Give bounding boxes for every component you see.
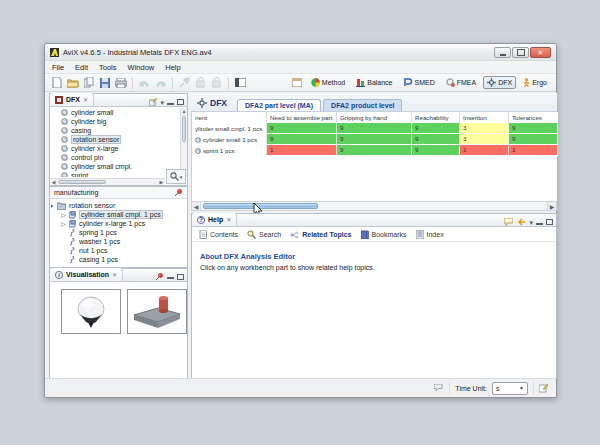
help-tool-bookmarks[interactable]: Bookmarks <box>361 230 407 239</box>
tree-item[interactable]: sprint <box>51 171 179 177</box>
unlock-icon[interactable] <box>210 76 223 89</box>
dfx-view-tab[interactable]: DFX ✕ <box>50 93 94 106</box>
time-unit-select[interactable]: s ▼ <box>492 382 528 395</box>
redo-icon[interactable] <box>154 76 167 89</box>
tree-item[interactable]: cylinder x-large <box>51 144 179 153</box>
close-tab-icon[interactable]: ✕ <box>112 271 117 278</box>
score-cell[interactable]: 9 <box>412 134 460 145</box>
maximize-button[interactable] <box>512 47 529 58</box>
tree-item[interactable]: control pin <box>51 153 179 162</box>
tree-item[interactable]: cylinder small <box>51 108 179 117</box>
pushpin-icon[interactable] <box>155 272 164 281</box>
undo-icon[interactable] <box>138 76 151 89</box>
help-tool-related-topics[interactable]: Related Topics <box>290 231 351 239</box>
score-cell[interactable]: 9 <box>337 123 412 134</box>
collapsed-twisty-icon[interactable]: ▷ <box>61 211 66 218</box>
close-tab-icon[interactable]: ✕ <box>83 96 88 103</box>
toolbar-button-dfx[interactable]: DFX <box>483 76 516 89</box>
row-component-name[interactable]: sprint 1 pcs <box>192 145 267 156</box>
chat-bubble-icon[interactable] <box>504 218 513 226</box>
minimize-view-icon[interactable] <box>167 277 174 279</box>
score-cell[interactable]: 3 <box>460 134 509 145</box>
pin-icon[interactable] <box>178 76 191 89</box>
tab-dfa2-part-level[interactable]: DFA2 part level (MA) <box>237 99 321 111</box>
maximize-view-icon[interactable] <box>546 219 553 225</box>
maximize-view-icon[interactable] <box>177 274 184 280</box>
close-button[interactable]: ✕ <box>530 47 551 58</box>
menu-tools[interactable]: Tools <box>99 63 117 72</box>
score-cell[interactable]: 1 <box>460 145 509 156</box>
tree-item[interactable]: cylinder small cmpl. <box>51 162 179 171</box>
score-cell[interactable]: 3 <box>460 123 509 134</box>
visualisation-tab[interactable]: i Visualisation ✕ <box>50 268 123 281</box>
print-icon[interactable] <box>114 76 127 89</box>
status-notification-icon[interactable] <box>434 384 444 392</box>
editor-horizontal-scrollbar[interactable]: ◀ ▶ <box>191 201 557 211</box>
minimize-view-icon[interactable] <box>536 223 543 225</box>
visualisation-thumbnail-device[interactable] <box>127 289 187 334</box>
tree-item[interactable]: cylinder big <box>51 117 179 126</box>
score-cell[interactable]: 9 <box>337 134 412 145</box>
expanded-twisty-icon[interactable]: ▾ <box>51 202 54 209</box>
help-tool-contents[interactable]: Contents <box>199 230 238 239</box>
help-tab[interactable]: ? Help ✕ <box>192 213 237 226</box>
tree-item[interactable]: ▷ cylinder x-large 1 pcs <box>51 219 186 228</box>
tree-item[interactable]: casing 1 pcs <box>51 255 186 264</box>
menu-window[interactable]: Window <box>128 63 155 72</box>
scroll-left-arrow[interactable]: ◀ <box>192 202 201 210</box>
row-component-name[interactable]: ylinder small cmpl. 1 pcs <box>192 123 267 134</box>
pushpin-icon[interactable] <box>174 188 183 197</box>
toolbar-button-smed[interactable]: SMED <box>400 76 439 89</box>
menu-file[interactable]: File <box>52 63 64 72</box>
collapsed-twisty-icon[interactable]: ▷ <box>61 220 66 227</box>
row-component-name[interactable]: cylinder small 1 pcs <box>192 134 267 145</box>
save-icon[interactable] <box>98 76 111 89</box>
score-cell[interactable]: 9 <box>267 123 337 134</box>
score-cell[interactable]: 9 <box>509 123 558 134</box>
search-tree-button[interactable]: ▾ <box>166 169 186 184</box>
vertical-scrollbar[interactable]: ▲▼ <box>180 108 187 177</box>
tree-item-selected[interactable]: ▷ cylinder small cmpl. 1 pcs <box>51 210 186 219</box>
lock-icon[interactable] <box>194 76 207 89</box>
minimize-button[interactable] <box>494 47 511 58</box>
help-tool-search[interactable]: Search <box>247 230 281 239</box>
tree-item-selected[interactable]: rotation sensor <box>51 135 179 144</box>
maximize-view-icon[interactable] <box>177 99 184 105</box>
tree-item[interactable]: nut 1 pcs <box>51 246 186 255</box>
link-editor-icon[interactable] <box>149 98 157 106</box>
menu-help[interactable]: Help <box>165 63 180 72</box>
toolbar-button-method[interactable]: Method <box>307 76 349 89</box>
score-cell[interactable]: 9 <box>267 134 337 145</box>
toolbar-button-fmea[interactable]: FMEA <box>442 76 480 89</box>
tree-item[interactable]: casing <box>51 126 179 135</box>
score-cell[interactable]: 1 <box>267 145 337 156</box>
tab-dfa2-product-level[interactable]: DFA2 product level <box>323 99 402 111</box>
menu-edit[interactable]: Edit <box>75 63 88 72</box>
score-cell[interactable]: 9 <box>412 145 460 156</box>
view-menu-icon[interactable]: ▾ <box>160 99 164 106</box>
title-bar[interactable]: AviX v4.6.5 - Industrial Metals DFX ENG.… <box>45 44 556 61</box>
score-cell[interactable]: 9 <box>412 123 460 134</box>
view-menu-icon[interactable]: ▾ <box>529 219 533 226</box>
visualisation-thumbnail-sensor[interactable] <box>61 289 121 334</box>
help-tool-index[interactable]: Index <box>416 230 444 239</box>
new-file-icon[interactable] <box>50 76 63 89</box>
horizontal-scrollbar[interactable]: ◀▶ <box>50 178 165 185</box>
open-folder-icon[interactable] <box>66 76 79 89</box>
scroll-right-arrow[interactable]: ▶ <box>547 202 556 210</box>
help-heading[interactable]: About DFX Analysis Editor <box>200 252 295 261</box>
go-back-icon[interactable] <box>516 218 526 226</box>
perspective-icon[interactable] <box>234 76 247 89</box>
tree-root-rotation-sensor[interactable]: ▾ rotation sensor <box>51 201 186 210</box>
status-notes-icon[interactable] <box>539 384 548 393</box>
toolbar-button-balance[interactable]: Balance <box>352 76 396 89</box>
toolbar-button-ergo[interactable]: Ergo <box>519 76 551 89</box>
score-cell[interactable]: 1 <box>509 145 558 156</box>
score-cell[interactable]: 9 <box>337 145 412 156</box>
tree-item[interactable]: washer 1 pcs <box>51 237 186 246</box>
close-tab-icon[interactable]: ✕ <box>226 216 231 223</box>
minimize-view-icon[interactable] <box>167 103 174 105</box>
workbench-icon[interactable] <box>291 76 304 89</box>
score-cell[interactable]: 9 <box>509 134 558 145</box>
tree-item[interactable]: spring 1 pcs <box>51 228 186 237</box>
